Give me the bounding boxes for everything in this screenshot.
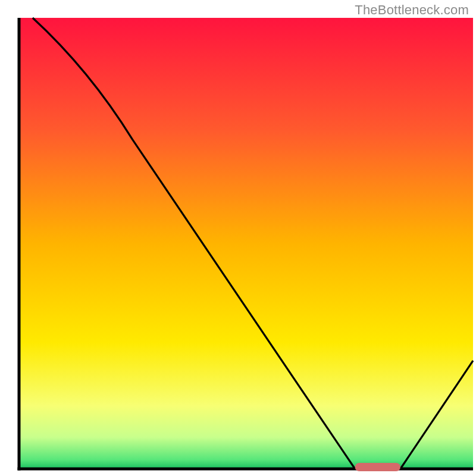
bottleneck-chart: [0, 0, 476, 476]
chart-canvas: [0, 0, 476, 476]
chart-background: [19, 18, 473, 469]
optimal-marker: [355, 463, 400, 471]
